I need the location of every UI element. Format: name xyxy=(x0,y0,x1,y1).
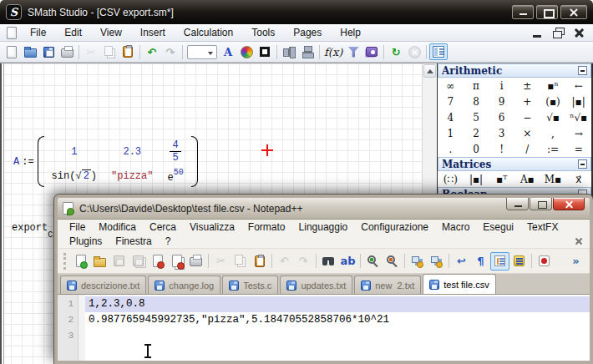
palette-button-item[interactable]: (∷) xyxy=(438,171,464,187)
recalculate-page-button[interactable]: ↻ xyxy=(387,43,405,60)
palette-button-item[interactable]: ← xyxy=(565,78,591,94)
palette-button-item[interactable]: π xyxy=(464,78,489,94)
tab-updates-txt[interactable]: updates.txt xyxy=(280,276,352,294)
show-side-panel-button[interactable] xyxy=(429,43,448,60)
palette-button-item[interactable]: (▪) xyxy=(540,94,566,109)
menu-item-textfx[interactable]: TextFX xyxy=(520,221,565,233)
palette-button-item[interactable]: ⁿ√▪ xyxy=(565,109,591,125)
palette-button-item[interactable]: √▪ xyxy=(540,109,566,125)
palette-button-0[interactable]: 0 xyxy=(464,141,489,157)
palette-button-item[interactable]: × xyxy=(514,125,540,141)
tab-change-log[interactable]: change.log xyxy=(148,276,220,294)
print-button[interactable] xyxy=(58,43,76,60)
menu-item-modifica[interactable]: Modifica xyxy=(92,221,143,233)
palette-button-4[interactable]: 4 xyxy=(438,109,464,125)
menu-item-insert[interactable]: Insert xyxy=(131,27,175,38)
close-button[interactable] xyxy=(560,5,587,19)
menu-item-edit[interactable]: Edit xyxy=(55,27,91,38)
smath-titlebar[interactable]: S SMath Studio - [CSV export.sm*] xyxy=(0,0,593,24)
font-color-button[interactable]: A xyxy=(219,43,237,60)
palette-button-item[interactable]: ▪ᵀ xyxy=(489,171,514,187)
maximize-button[interactable] xyxy=(536,5,558,19)
redo-button[interactable]: ↷ xyxy=(161,43,180,60)
palette-button-2[interactable]: 2 xyxy=(464,125,489,141)
scroll-up-button[interactable] xyxy=(423,64,436,78)
minimize-button[interactable] xyxy=(506,197,529,210)
editor-line-text[interactable] xyxy=(85,328,590,344)
print-button[interactable] xyxy=(186,252,205,270)
synchronize-vertical-scrolling-button[interactable] xyxy=(408,252,427,270)
paste-button[interactable] xyxy=(119,43,137,60)
notepad-editor[interactable]: 11,2.3,0.820.987765945992735,"pizza",5.1… xyxy=(58,295,590,361)
menu-item-macro[interactable]: Macro xyxy=(435,221,476,233)
palette-button-x[interactable]: x⃗ xyxy=(565,171,591,187)
mdi-close-button[interactable] xyxy=(570,27,588,39)
notepad-titlebar[interactable]: C:\Users\Davide\Desktop\test file.csv - … xyxy=(58,198,590,220)
reference-book-button[interactable] xyxy=(362,43,381,60)
palette-button-9[interactable]: 9 xyxy=(489,94,514,109)
menu-item-file[interactable]: File xyxy=(63,221,92,233)
minimize-button[interactable] xyxy=(512,5,534,19)
palette-button-item[interactable]: ± xyxy=(514,78,540,94)
palette-button-8[interactable]: 8 xyxy=(464,94,489,109)
align-vertically-button[interactable] xyxy=(298,43,317,60)
palette-button-item[interactable]: ! xyxy=(489,141,514,157)
menu-item-help[interactable]: Help xyxy=(331,27,370,38)
palette-button-6[interactable]: 6 xyxy=(489,109,514,125)
menu-item-calculation[interactable]: Calculation xyxy=(175,27,242,38)
menu-item-view[interactable]: View xyxy=(91,27,131,38)
matrix-definition-expression[interactable]: A := 1 2.3 45 sin(√2) "pizza" e50 xyxy=(13,135,199,188)
menu-item-tools[interactable]: Tools xyxy=(242,27,284,38)
menu-item-cerca[interactable]: Cerca xyxy=(143,221,183,233)
open-file-button[interactable] xyxy=(90,252,109,270)
menu-item-visualizza[interactable]: Visualizza xyxy=(183,221,241,233)
palette-button-item[interactable]: |▪| xyxy=(464,171,489,187)
maximize-button[interactable] xyxy=(530,197,552,210)
background-color-button[interactable] xyxy=(237,43,256,60)
palette-button-item[interactable]: + xyxy=(514,94,540,109)
palette-button-i[interactable]: i xyxy=(489,78,514,94)
word-wrap-button[interactable]: ↩ xyxy=(452,252,471,270)
find-button[interactable] xyxy=(319,252,338,270)
close-all-button[interactable] xyxy=(167,252,186,270)
insert-filter-button[interactable] xyxy=(344,43,362,60)
tab-tests-c[interactable]: Tests.c xyxy=(222,276,278,294)
palette-button-item[interactable]: , xyxy=(540,125,566,141)
mdi-restore-button[interactable] xyxy=(550,27,567,39)
open-document-button[interactable] xyxy=(21,43,39,60)
panel-section-header[interactable]: Matrices xyxy=(438,157,591,171)
start-recording-macro-button[interactable] xyxy=(535,252,554,270)
palette-button-item[interactable]: / xyxy=(514,141,540,157)
palette-button-3[interactable]: 3 xyxy=(489,125,514,141)
palette-button-item[interactable]: ▪ⁿ xyxy=(540,78,566,94)
synchronize-horizontal-scrolling-button[interactable] xyxy=(427,252,446,270)
font-size-dropdown-button[interactable] xyxy=(185,43,219,60)
zoom-out-button[interactable] xyxy=(383,252,402,270)
palette-button-item[interactable]: = xyxy=(565,141,591,157)
new-file-button[interactable] xyxy=(71,252,90,270)
editor-line-text[interactable]: 0.987765945992735,"pizza",5.184705528587… xyxy=(85,312,590,328)
palette-button-item[interactable]: − xyxy=(514,109,540,125)
panel-section-header[interactable]: Arithmetic xyxy=(438,63,591,78)
undo-button[interactable]: ↶ xyxy=(143,43,161,60)
collapse-section-button[interactable] xyxy=(578,66,587,75)
palette-button-item[interactable]: ∞ xyxy=(438,78,464,94)
editor-line-text[interactable]: 1,2.3,0.8 xyxy=(85,296,590,312)
insert-function-button[interactable]: f(x) xyxy=(322,43,344,60)
zoom-in-button[interactable] xyxy=(363,252,383,270)
save-document-button[interactable] xyxy=(39,43,58,60)
tab-new-2-txt[interactable]: new 2.txt xyxy=(354,276,421,294)
palette-button-1[interactable]: 1 xyxy=(438,125,464,141)
palette-button-item[interactable]: . xyxy=(438,141,464,157)
menu-item-linguaggio[interactable]: Linguaggio xyxy=(292,221,355,233)
close-button[interactable] xyxy=(553,197,585,210)
palette-button-5[interactable]: 5 xyxy=(464,109,489,125)
tab-test-file-csv[interactable]: test file.csv xyxy=(423,274,495,294)
show-all-characters-button[interactable]: ¶ xyxy=(471,252,490,270)
palette-button-item[interactable]: → xyxy=(565,125,591,141)
palette-button-item[interactable]: := xyxy=(540,141,566,157)
show-borders-button[interactable] xyxy=(256,43,274,60)
menu-item-formato[interactable]: Formato xyxy=(241,221,292,233)
palette-button-item[interactable]: |▪| xyxy=(565,94,591,109)
toolbar-overflow-button[interactable]: » xyxy=(566,252,585,270)
